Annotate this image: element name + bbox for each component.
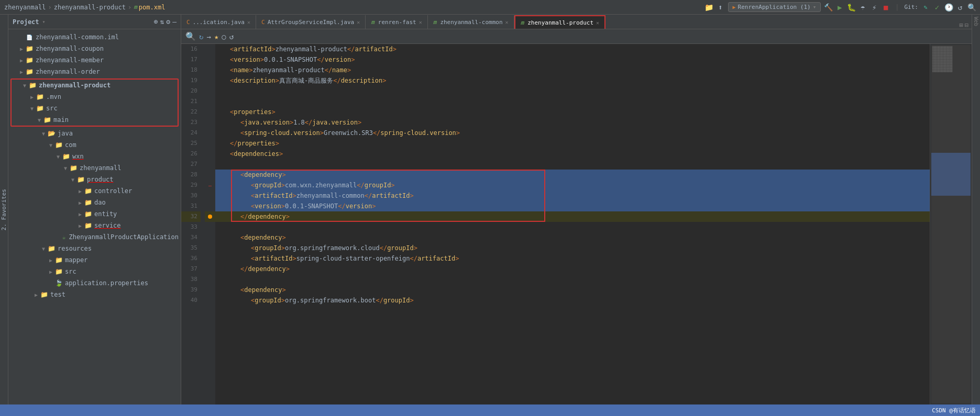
code-line-28[interactable]: <dependency> (215, 170, 930, 180)
code-line-17[interactable]: <version>0.0.1-SNAPSHOT</version> (215, 54, 930, 65)
tree-item-com[interactable]: ▼ 📁 com (8, 139, 181, 151)
java-icon: C (261, 19, 265, 26)
locate-icon[interactable]: ⊕ (154, 18, 158, 26)
tree-item-java[interactable]: ▼ 📂 java (8, 128, 181, 139)
tab-close[interactable]: ✕ (596, 20, 599, 26)
code-line-29[interactable]: <groupId>com.wxn.zhenyanmall</groupId> (215, 180, 930, 190)
build-icon[interactable]: 🔨 (824, 3, 832, 12)
gutter-35 (205, 243, 215, 253)
profile-icon[interactable]: ⚡ (870, 3, 878, 12)
code-content[interactable]: <artifactId>zhenyanmall-product</artifac… (215, 44, 930, 404)
nav-star-icon[interactable]: ★ (214, 32, 218, 41)
code-text: </properties> (219, 138, 279, 149)
tree-item-order[interactable]: ▶ 📁 zhenyanmall-order (8, 66, 181, 77)
split-icon[interactable]: ⊟ (965, 21, 968, 29)
tree-item-dao[interactable]: ▶ 📁 dao (8, 197, 181, 208)
git-history-icon[interactable]: 🕐 (944, 3, 953, 12)
code-line-18[interactable]: <name>zhenyanmall-product</name> (215, 65, 930, 75)
nav-circle-icon[interactable]: ○ (222, 32, 226, 41)
folder-icon[interactable]: 📁 (705, 3, 713, 12)
tab-close[interactable]: ✕ (419, 19, 422, 25)
tab-zhenyanmall-common[interactable]: m zhenyanmall-common ✕ (428, 15, 514, 29)
code-line-21[interactable] (215, 96, 930, 107)
tree-item-product[interactable]: ▼ 📁 zhenyanmall-product (12, 80, 178, 91)
code-line-33[interactable] (215, 222, 930, 232)
code-editor[interactable]: 16 17 18 19 20 21 22 23 24 25 26 27 28 2… (181, 44, 972, 404)
tree-label: dao (94, 199, 106, 206)
tree-item-coupon[interactable]: ▶ 📁 zhenyanmall-coupon (8, 43, 181, 54)
tab-close[interactable]: ✕ (357, 19, 360, 25)
code-text: <dependencies> (219, 149, 283, 159)
tree-item-controller[interactable]: ▶ 📁 controller (8, 185, 181, 197)
tree-item-common-iml[interactable]: 📄 zhenyanmall-common.iml (8, 31, 181, 43)
settings-icon[interactable]: ⚙ (166, 18, 170, 26)
tree-item-mvn[interactable]: ▶ 📁 .mvn (12, 91, 178, 103)
code-line-25[interactable]: </properties> (215, 138, 930, 149)
tree-item-main[interactable]: ▼ 📁 main (12, 114, 178, 126)
tree-item-product2[interactable]: ▼ 📁 product (8, 174, 181, 185)
tab-zhenyanmall-product[interactable]: m zhenyanmall-product ✕ (514, 15, 606, 29)
code-line-24[interactable]: <spring-cloud.version>Greenwich.SR3</spr… (215, 128, 930, 138)
tree-item-service[interactable]: ▶ 📁 service (8, 220, 181, 231)
tab-renren-fast[interactable]: m renren-fast ✕ (366, 15, 428, 29)
code-line-26[interactable]: <dependencies> (215, 149, 930, 159)
nav-forward-icon[interactable]: → (206, 32, 211, 41)
debug-icon[interactable]: 🐛 (847, 3, 855, 12)
code-line-35[interactable]: <groupId>org.springframework.cloud</grou… (215, 243, 930, 253)
code-line-31[interactable]: <version>0.0.1-SNAPSHOT</version> (215, 201, 930, 211)
code-line-30[interactable]: <artifactId>zhenyanmall-common</artifact… (215, 190, 930, 201)
stop-icon[interactable]: ■ (882, 3, 890, 12)
tree-item-src[interactable]: ▼ 📁 src (12, 103, 178, 114)
prop-icon: 🍃 (54, 279, 63, 287)
search-everywhere-icon[interactable]: 🔍 (967, 3, 976, 12)
gutter-21 (205, 96, 215, 107)
tree-item-resources-src[interactable]: ▶ 📁 src (8, 266, 181, 277)
web-icon[interactable]: Web (973, 17, 979, 26)
tree-item-app-props[interactable]: 🍃 application.properties (8, 277, 181, 289)
nav-refresh-icon[interactable]: ↻ (199, 32, 203, 41)
coverage-icon[interactable]: ☂ (858, 3, 867, 12)
run-config[interactable]: ▶ RenrenApplication (1) ▾ (728, 2, 821, 12)
tab-close[interactable]: ✕ (247, 19, 250, 25)
code-line-37[interactable]: </dependency> (215, 264, 930, 274)
tree-item-member[interactable]: ▶ 📁 zhenyanmall-member (8, 54, 181, 66)
code-line-16[interactable]: <artifactId>zhenyanmall-product</artifac… (215, 44, 930, 54)
panel-dropdown[interactable]: ▾ (42, 19, 46, 25)
code-line-40[interactable]: <groupId>org.springframework.boot</group… (215, 295, 930, 306)
tree-item-resources[interactable]: ▼ 📁 resources (8, 243, 181, 254)
recent-files-icon[interactable]: ⊞ (960, 21, 963, 29)
tree-label: mapper (65, 256, 87, 264)
gutter-23 (205, 117, 215, 128)
tree-item-wxn[interactable]: ▼ 📁 wxn (8, 151, 181, 162)
arrow-icon[interactable]: ⬆ (717, 3, 725, 12)
code-line-20[interactable] (215, 86, 930, 96)
tree-item-app-class[interactable]: ☕ ZhenyanmallProductApplication (8, 231, 181, 243)
run-icon[interactable]: ▶ (835, 3, 844, 12)
git-revert-icon[interactable]: ↺ (956, 3, 964, 12)
code-line-22[interactable]: <properties> (215, 107, 930, 117)
favorites-label[interactable]: 2. Favorites (1, 189, 7, 230)
code-line-39[interactable]: <dependency> (215, 285, 930, 295)
nav-back-icon[interactable]: 🔍 (185, 31, 196, 41)
collapse-icon[interactable]: ⇅ (160, 18, 164, 26)
tree-item-entity[interactable]: ▶ 📁 entity (8, 208, 181, 220)
minimize-icon[interactable]: — (172, 18, 177, 26)
tree-arrow: ▼ (28, 106, 36, 111)
tab-close[interactable]: ✕ (505, 19, 509, 25)
tree-label: ZhenyanmallProductApplication (69, 233, 179, 241)
code-line-34[interactable]: <dependency> (215, 232, 930, 243)
code-line-32[interactable]: </dependency> (215, 211, 930, 222)
tab-attrgroup[interactable]: C AttrGroupServiceImpl.java ✕ (256, 15, 366, 29)
git-checkmark-icon[interactable]: ✓ (933, 3, 941, 12)
code-line-36[interactable]: <artifactId>spring-cloud-starter-openfei… (215, 253, 930, 264)
nav-refresh2-icon[interactable]: ↺ (229, 32, 234, 41)
code-line-38[interactable] (215, 274, 930, 285)
git-update-icon[interactable]: ✎ (921, 3, 930, 12)
tree-item-test[interactable]: ▶ 📁 test (8, 289, 181, 300)
tab-ication[interactable]: C ...ication.java ✕ (181, 15, 256, 29)
tree-item-zhenyanmall2[interactable]: ▼ 📁 zhenyanmall (8, 162, 181, 174)
tree-item-mapper[interactable]: ▶ 📁 mapper (8, 254, 181, 266)
code-line-27[interactable] (215, 159, 930, 170)
code-line-19[interactable]: <description>真言商城-商品服务</description> (215, 75, 930, 86)
code-line-23[interactable]: <java.version>1.8</java.version> (215, 117, 930, 128)
